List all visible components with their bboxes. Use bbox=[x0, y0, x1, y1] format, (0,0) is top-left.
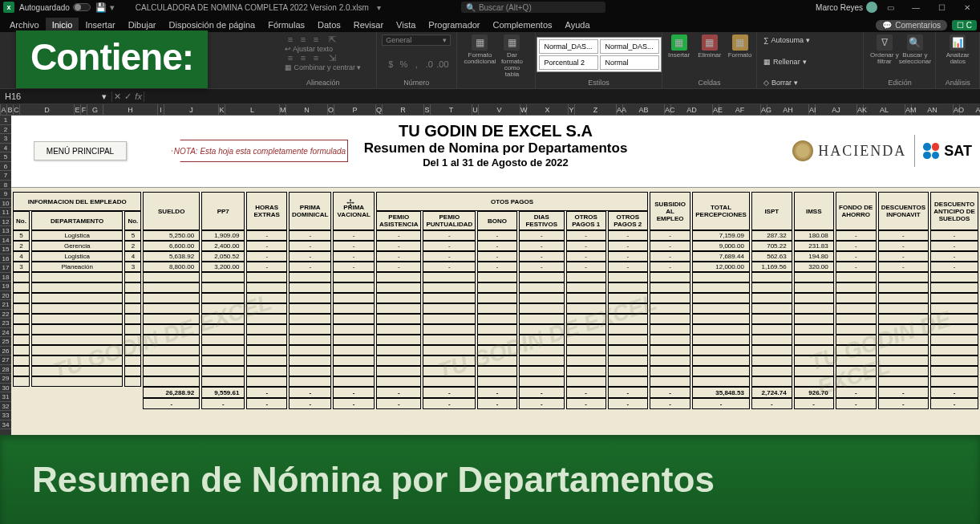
column-header[interactable]: AP bbox=[960, 104, 980, 115]
tab-complementos[interactable]: Complementos bbox=[487, 18, 559, 32]
column-header[interactable]: AC bbox=[665, 104, 671, 115]
clear-button[interactable]: ◇ Borrar ▾ bbox=[763, 77, 798, 88]
tab-revisar[interactable]: Revisar bbox=[347, 18, 390, 32]
column-header[interactable]: H bbox=[103, 104, 158, 115]
column-header[interactable]: J bbox=[164, 104, 219, 115]
table-row[interactable] bbox=[13, 293, 978, 303]
fill-button[interactable]: ▦ Rellenar ▾ bbox=[763, 56, 807, 67]
close-icon[interactable]: ✕ bbox=[954, 3, 980, 12]
table-row[interactable] bbox=[13, 282, 978, 293]
column-header[interactable]: AB bbox=[623, 104, 665, 115]
column-header[interactable]: N bbox=[286, 104, 328, 115]
payroll-table[interactable]: INFORMACION DEL EMPLEADO SUELDO PP7 HORA… bbox=[11, 192, 980, 409]
column-header[interactable]: L bbox=[225, 104, 280, 115]
totals-row[interactable]: 26,288.929,559.61 --- ------ -35,848.532… bbox=[13, 387, 978, 398]
table-row[interactable] bbox=[13, 366, 978, 376]
number-format-dropdown[interactable]: General▾ bbox=[382, 35, 451, 46]
column-header[interactable]: AD bbox=[671, 104, 713, 115]
format-as-table-button[interactable]: ▦Dar formato como tabla bbox=[497, 35, 526, 78]
tab-ayuda[interactable]: Ayuda bbox=[559, 18, 597, 32]
table-row[interactable] bbox=[13, 376, 978, 387]
row-headers[interactable]: 1234567891011121314151617181920212223242… bbox=[0, 116, 11, 435]
comments-button[interactable]: 💬 Comentarios bbox=[876, 20, 947, 30]
table-row[interactable] bbox=[13, 272, 978, 282]
column-header[interactable]: P bbox=[334, 104, 376, 115]
column-header[interactable]: AG bbox=[761, 104, 767, 115]
wrap-text-button[interactable]: ↩ Ajustar texto bbox=[285, 45, 362, 53]
column-header[interactable]: M bbox=[280, 104, 286, 115]
column-header[interactable]: Z bbox=[575, 104, 617, 115]
search-box[interactable]: 🔍 Buscar (Alt+Q) bbox=[461, 2, 605, 13]
format-cells-button[interactable]: ▦Formato bbox=[726, 35, 755, 59]
insert-cells-button[interactable]: ▦Insertar bbox=[665, 35, 694, 59]
table-row[interactable]: 2Gerencia2 6,600.002,400.00 --- ------ -… bbox=[13, 241, 978, 251]
name-box[interactable]: H16▾ bbox=[0, 91, 112, 102]
share-button[interactable]: ☐ C bbox=[952, 20, 977, 30]
column-header[interactable]: I bbox=[158, 104, 164, 115]
table-row[interactable]: 4Logistica4 5,638.922,050.52 --- ------ … bbox=[13, 251, 978, 262]
column-header[interactable]: A bbox=[1, 104, 7, 115]
worksheet-area[interactable]: 1234567891011121314151617181920212223242… bbox=[0, 116, 980, 435]
tab-vista[interactable]: Vista bbox=[390, 18, 422, 32]
column-header[interactable]: B bbox=[7, 104, 14, 115]
cell-styles-gallery[interactable]: Normal_DAS...Normal_DAS... Porcentual 2N… bbox=[537, 37, 662, 72]
column-header[interactable]: Q bbox=[376, 104, 383, 115]
table-row[interactable] bbox=[13, 335, 978, 345]
save-icon[interactable]: 💾 bbox=[95, 2, 107, 13]
chevron-down-icon[interactable]: ▾ bbox=[377, 3, 381, 12]
find-select-button[interactable]: 🔍Buscar y seleccionar bbox=[901, 35, 929, 65]
column-header[interactable]: X bbox=[527, 104, 569, 115]
table-row[interactable]: 5Logistica5 5,250.001,909.09 --- ------ … bbox=[13, 230, 978, 241]
column-header[interactable]: AA bbox=[617, 104, 623, 115]
table-row[interactable] bbox=[13, 314, 978, 324]
table-row[interactable] bbox=[13, 324, 978, 335]
autosum-button[interactable]: ∑ Autosuma ▾ bbox=[763, 35, 810, 46]
column-header[interactable]: AN bbox=[912, 104, 954, 115]
conditional-format-button[interactable]: ▦Formato condicional bbox=[465, 35, 494, 78]
column-header[interactable]: R bbox=[383, 104, 424, 115]
delete-cells-button[interactable]: ▦Eliminar bbox=[695, 35, 724, 59]
column-header[interactable]: T bbox=[431, 104, 472, 115]
maximize-icon[interactable]: ☐ bbox=[929, 3, 954, 12]
table-row[interactable] bbox=[13, 303, 978, 314]
column-header[interactable]: K bbox=[219, 104, 225, 115]
column-header[interactable]: AI bbox=[809, 104, 816, 115]
column-header[interactable]: AM bbox=[905, 104, 912, 115]
column-header[interactable]: E bbox=[75, 104, 81, 115]
column-header[interactable]: O bbox=[328, 104, 334, 115]
column-header[interactable]: AK bbox=[857, 104, 864, 115]
table-row[interactable]: ------------------ bbox=[13, 398, 978, 409]
autosave-toggle[interactable]: Autoguardado bbox=[19, 3, 91, 12]
column-header[interactable]: F bbox=[81, 104, 87, 115]
column-headers[interactable]: ABCDEFGHIJKLMNOPQRSTUVWXYZAAABACADAEAFAG… bbox=[0, 104, 980, 116]
column-header[interactable]: AJ bbox=[816, 104, 857, 115]
column-header[interactable]: AL bbox=[864, 104, 905, 115]
table-row[interactable] bbox=[13, 355, 978, 366]
column-header[interactable]: S bbox=[424, 104, 431, 115]
enter-fx-icon[interactable]: ✓ bbox=[124, 91, 132, 102]
column-header[interactable]: D bbox=[20, 104, 75, 115]
sort-filter-button[interactable]: ᐁOrdenar y filtrar bbox=[870, 35, 899, 65]
column-header[interactable]: U bbox=[472, 104, 479, 115]
tab-fórmulas[interactable]: Fórmulas bbox=[261, 18, 311, 32]
column-header[interactable]: AO bbox=[954, 104, 960, 115]
column-header[interactable]: Y bbox=[569, 104, 575, 115]
column-header[interactable]: G bbox=[87, 104, 103, 115]
analyze-data-button[interactable]: 📊Analizar datos bbox=[943, 35, 972, 65]
column-header[interactable]: AF bbox=[719, 104, 761, 115]
column-header[interactable]: AH bbox=[767, 104, 809, 115]
tab-programador[interactable]: Programador bbox=[422, 18, 486, 32]
table-row[interactable] bbox=[13, 345, 978, 355]
merge-center-button[interactable]: ▦ Combinar y centrar ▾ bbox=[285, 63, 362, 71]
cancel-fx-icon[interactable]: ✕ bbox=[114, 91, 121, 102]
minimize-icon[interactable]: — bbox=[903, 3, 929, 12]
column-header[interactable]: V bbox=[479, 104, 520, 115]
column-header[interactable]: W bbox=[520, 104, 527, 115]
chevron-down-icon[interactable]: ▾ bbox=[110, 2, 115, 13]
tab-datos[interactable]: Datos bbox=[311, 18, 347, 32]
column-header[interactable]: C bbox=[14, 104, 20, 115]
account-name[interactable]: Marco Reyes bbox=[816, 2, 877, 13]
column-header[interactable]: AE bbox=[713, 104, 719, 115]
quick-access-toolbar[interactable]: 💾 ▾ bbox=[95, 2, 115, 13]
ribbon-options-icon[interactable]: ▭ bbox=[877, 3, 903, 12]
